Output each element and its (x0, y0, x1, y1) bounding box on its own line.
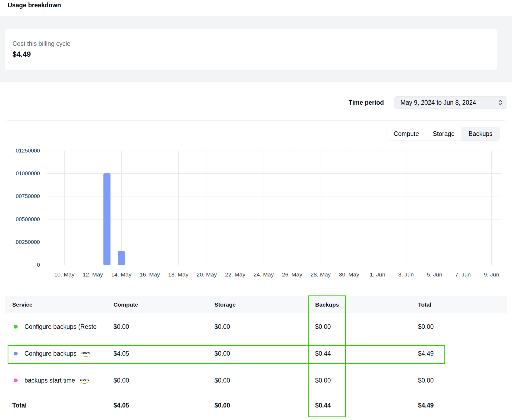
y-axis-tick-label: .00250000 (14, 239, 40, 245)
v-gridline (207, 151, 207, 265)
storage-value: $0.00 (214, 350, 230, 357)
chart-plot (47, 151, 501, 265)
x-axis-tick-label: 20. May (197, 271, 217, 278)
y-axis-tick-label: 0 (37, 262, 40, 268)
service-name: backups start time (24, 377, 75, 384)
x-axis-tick-label: 7. Jun (455, 271, 471, 278)
aws-smile-arc (83, 355, 89, 357)
chevron-up-down-icon (498, 99, 502, 106)
total-compute-value: $4.05 (113, 402, 129, 409)
x-axis-tick-label: 22. May (225, 271, 245, 278)
cost-summary-value: $4.49 (12, 50, 497, 59)
v-gridline (150, 151, 150, 265)
total-backups-value: $0.44 (315, 402, 331, 409)
storage-value: $0.00 (214, 323, 230, 330)
x-axis-tick-label: 28. May (311, 271, 331, 278)
h-gridline (47, 219, 501, 219)
column-header-storage: Storage (214, 301, 236, 308)
x-axis-tick-label: 16. May (140, 271, 160, 278)
column-header-compute: Compute (113, 301, 138, 308)
x-axis-tick-label: 24. May (254, 271, 274, 278)
y-axis-tick-label: .00500000 (14, 216, 40, 222)
total-storage-value: $0.00 (214, 402, 230, 409)
y-axis-tick-label: .01000000 (14, 170, 40, 177)
backups-value: $0.44 (315, 350, 331, 357)
time-period-select[interactable]: May 9, 2024 to Jun 8, 2024 (394, 96, 507, 109)
table-total-row: Total $4.05 $0.00 $0.44 $4.49 (5, 394, 507, 417)
tab-storage[interactable]: Storage (426, 127, 462, 141)
x-axis-tick-label: 10. May (54, 271, 75, 278)
x-axis-tick-label: 3. Jun (398, 271, 414, 278)
h-gridline (47, 173, 501, 174)
h-gridline (47, 242, 501, 242)
cost-summary-card: Cost this billing cycle $4.49 (5, 29, 497, 70)
x-axis-tick-label: 1. Jun (370, 271, 385, 278)
table-row-configure-backups[interactable]: Configure backups aws $4.05 $0.00 $0.44 … (5, 340, 507, 367)
v-gridline (121, 151, 122, 265)
total-value: $0.00 (418, 377, 434, 384)
backups-value: $0.00 (315, 377, 331, 384)
total-value: $4.49 (418, 350, 434, 357)
h-gridline (47, 196, 501, 196)
x-axis-tick-label: 30. May (339, 271, 359, 278)
chart-bar[interactable] (103, 173, 110, 265)
series-dot-pink (14, 378, 18, 382)
total-total-value: $4.49 (418, 402, 434, 409)
time-period-row: Time period May 9, 2024 to Jun 8, 2024 (349, 96, 507, 109)
v-gridline (435, 151, 435, 265)
storage-value: $0.00 (214, 377, 230, 384)
summary-band: Cost this billing cycle $4.49 (0, 16, 512, 82)
x-axis-tick-label: 14. May (111, 271, 131, 278)
v-gridline (349, 151, 349, 265)
x-axis-tick-label: 9. Jun (484, 271, 499, 278)
service-name: Configure backups (Resto (24, 323, 97, 330)
column-header-total: Total (418, 301, 431, 308)
v-gridline (235, 151, 235, 265)
h-gridline (47, 265, 501, 265)
tab-compute[interactable]: Compute (387, 127, 426, 141)
aws-logo-icon: aws (80, 377, 89, 384)
compute-value: $4.05 (113, 350, 129, 357)
table-row-configure-backups-restore[interactable]: Configure backups (Resto $0.00 $0.00 $0.… (5, 313, 507, 340)
compute-value: $0.00 (113, 377, 129, 384)
column-header-backups: Backups (315, 301, 339, 308)
chart-y-axis: 0.00250000.00500000.00750000.01000000.01… (5, 151, 40, 265)
x-axis-tick-label: 5. Jun (427, 271, 442, 278)
v-gridline (321, 151, 321, 265)
service-cell: Configure backups aws (24, 350, 90, 357)
service-name: Configure backups (24, 350, 77, 357)
x-axis-tick-label: 18. May (168, 271, 188, 278)
table-header-row: Service Compute Storage Backups Total (5, 296, 507, 313)
service-cell: Configure backups (Resto (24, 323, 97, 330)
tab-backups[interactable]: Backups (462, 127, 499, 141)
v-gridline (264, 151, 264, 265)
h-gridline (47, 151, 501, 151)
chart-bar[interactable] (118, 251, 125, 265)
compute-value: $0.00 (113, 323, 129, 330)
total-label: Total (12, 402, 27, 409)
x-axis-tick-label: 26. May (282, 271, 302, 278)
y-axis-tick-label: .00750000 (14, 193, 40, 199)
v-gridline (292, 151, 292, 265)
total-value: $0.00 (418, 323, 434, 330)
v-gridline (93, 151, 93, 265)
usage-chart-card: Compute Storage Backups 0.00250000.00500… (5, 120, 507, 283)
chart-x-axis: 10. May12. May14. May16. May18. May20. M… (47, 271, 501, 279)
v-gridline (406, 151, 406, 265)
series-dot-green (14, 325, 18, 329)
series-dot-blue (14, 352, 18, 355)
chart-metric-tabs: Compute Storage Backups (387, 127, 500, 141)
v-gridline (463, 151, 463, 265)
billing-usage-page: Usage breakdown Cost this billing cycle … (0, 0, 512, 420)
page-title: Usage breakdown (8, 2, 61, 9)
table-row-backups-start-time[interactable]: backups start time aws $0.00 $0.00 $0.00… (5, 367, 507, 394)
y-axis-tick-label: .01250000 (14, 148, 40, 154)
usage-table: Service Compute Storage Backups Total Co… (5, 296, 507, 417)
column-header-service: Service (12, 301, 33, 308)
v-gridline (491, 151, 492, 265)
aws-logo-icon: aws (81, 350, 91, 357)
v-gridline (378, 151, 378, 265)
cost-summary-label: Cost this billing cycle (12, 40, 497, 47)
time-period-value: May 9, 2024 to Jun 8, 2024 (400, 99, 476, 106)
aws-smile-arc (81, 382, 88, 384)
